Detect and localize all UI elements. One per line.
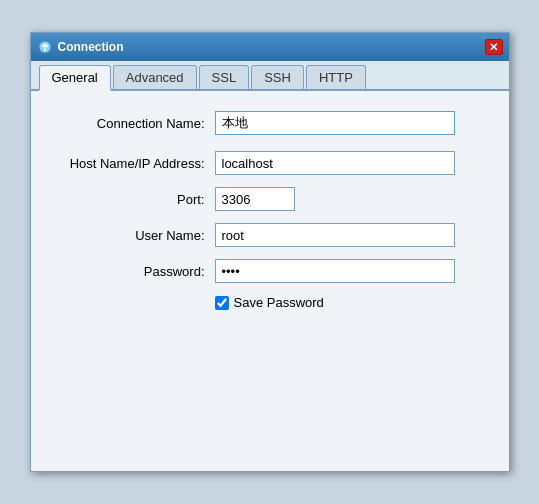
- form-content: Connection Name: Host Name/IP Address: P…: [31, 91, 509, 471]
- username-label: User Name:: [55, 228, 215, 243]
- save-password-checkbox[interactable]: [215, 296, 229, 310]
- tab-advanced[interactable]: Advanced: [113, 65, 197, 89]
- tab-ssh[interactable]: SSH: [251, 65, 304, 89]
- connection-name-label: Connection Name:: [55, 116, 215, 131]
- username-row: User Name:: [55, 223, 485, 247]
- titlebar-left: Connection: [37, 39, 124, 55]
- password-input[interactable]: [215, 259, 455, 283]
- window-icon: [37, 39, 53, 55]
- connection-name-input[interactable]: [215, 111, 455, 135]
- port-row: Port:: [55, 187, 485, 211]
- host-row: Host Name/IP Address:: [55, 151, 485, 175]
- close-button[interactable]: ✕: [485, 39, 503, 55]
- save-password-row: Save Password: [215, 295, 485, 310]
- connection-window: Connection ✕ General Advanced SSL SSH HT…: [30, 32, 510, 472]
- password-label: Password:: [55, 264, 215, 279]
- save-password-label[interactable]: Save Password: [234, 295, 324, 310]
- tab-general[interactable]: General: [39, 65, 111, 91]
- titlebar: Connection ✕: [31, 33, 509, 61]
- tab-http[interactable]: HTTP: [306, 65, 366, 89]
- port-input[interactable]: [215, 187, 295, 211]
- password-row: Password:: [55, 259, 485, 283]
- port-label: Port:: [55, 192, 215, 207]
- tabs-bar: General Advanced SSL SSH HTTP: [31, 61, 509, 91]
- username-input[interactable]: [215, 223, 455, 247]
- tab-ssl[interactable]: SSL: [199, 65, 250, 89]
- titlebar-title: Connection: [58, 40, 124, 54]
- host-label: Host Name/IP Address:: [55, 156, 215, 171]
- connection-name-row: Connection Name:: [55, 111, 485, 135]
- host-input[interactable]: [215, 151, 455, 175]
